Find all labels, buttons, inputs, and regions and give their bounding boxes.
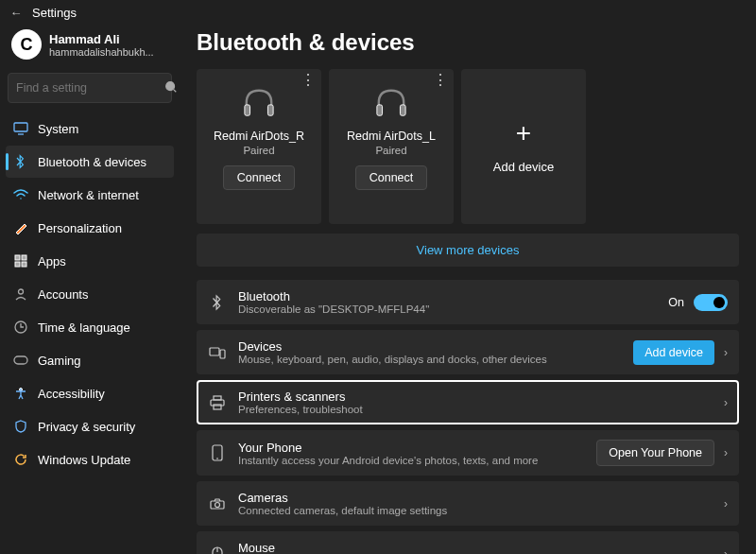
device-status: Paired	[375, 145, 406, 156]
phone-icon	[208, 444, 227, 461]
row-title: Printers & scanners	[238, 390, 713, 404]
bluetooth-state: On	[668, 296, 684, 309]
row-phone[interactable]: Your PhoneInstantly access your Android …	[197, 430, 739, 476]
svg-rect-7	[22, 262, 26, 267]
open-your-phone-button[interactable]: Open Your Phone	[596, 440, 714, 466]
svg-rect-12	[245, 105, 250, 115]
svg-rect-2	[14, 123, 27, 131]
nav-label: Apps	[38, 254, 66, 268]
headphones-icon	[373, 86, 409, 120]
svg-rect-14	[377, 105, 383, 115]
device-name: Redmi AirDots_R	[214, 130, 304, 143]
svg-rect-15	[400, 105, 405, 115]
bluetooth-icon	[208, 294, 227, 311]
row-camera[interactable]: CamerasConnected cameras, default image …	[197, 481, 739, 526]
device-tile[interactable]: ⋮Redmi AirDots_LPairedConnect	[329, 69, 454, 224]
devices-icon	[208, 346, 227, 359]
avatar: C	[11, 29, 42, 60]
connect-button[interactable]: Connect	[223, 165, 296, 190]
bluetooth-sub: Discoverable as "DESKTOP-MFFLP44"	[238, 303, 657, 315]
device-name: Redmi AirDots_L	[347, 130, 436, 143]
nav-item-bluetooth[interactable]: Bluetooth & devices	[6, 146, 174, 178]
camera-icon	[208, 498, 227, 510]
svg-rect-6	[15, 262, 20, 267]
connect-button[interactable]: Connect	[355, 165, 428, 190]
row-sub: Mouse, keyboard, pen, audio, displays an…	[238, 354, 622, 365]
device-tile[interactable]: ⋮Redmi AirDots_RPairedConnect	[197, 69, 321, 224]
svg-rect-16	[210, 348, 219, 355]
nav-label: Network & internet	[38, 188, 139, 202]
bluetooth-toggle[interactable]	[694, 294, 728, 311]
svg-point-0	[166, 81, 175, 90]
nav-label: System	[38, 122, 78, 136]
personalization-icon	[13, 220, 28, 235]
bluetooth-title: Bluetooth	[238, 289, 657, 303]
nav-item-apps[interactable]: Apps	[6, 245, 174, 277]
sidebar: C Hammad Ali hammadalishahbukh... System…	[0, 26, 180, 554]
nav-item-system[interactable]: System	[6, 113, 174, 145]
nav-item-personalization[interactable]: Personalization	[6, 212, 174, 244]
nav-item-time[interactable]: Time & language	[6, 311, 174, 343]
bluetooth-icon	[13, 154, 28, 169]
window-title: Settings	[32, 6, 77, 20]
add-device-button[interactable]: Add device	[633, 340, 714, 365]
svg-line-1	[174, 89, 177, 92]
more-icon[interactable]: ⋮	[301, 73, 316, 88]
add-device-tile[interactable]: +Add device	[461, 69, 586, 224]
svg-point-24	[215, 502, 220, 507]
row-title: Devices	[238, 339, 622, 354]
svg-rect-5	[22, 255, 26, 260]
search-box[interactable]	[8, 73, 172, 103]
chevron-right-icon: ›	[724, 446, 728, 459]
bluetooth-row[interactable]: Bluetooth Discoverable as "DESKTOP-MFFLP…	[197, 280, 739, 324]
row-sub: Instantly access your Android device's p…	[238, 455, 585, 466]
nav-label: Personalization	[38, 221, 122, 235]
nav-item-gaming[interactable]: Gaming	[6, 344, 174, 376]
svg-rect-13	[267, 105, 273, 115]
row-title: Your Phone	[238, 441, 585, 455]
search-input[interactable]	[16, 81, 164, 95]
add-device-label: Add device	[493, 160, 554, 174]
wifi-icon	[13, 187, 28, 202]
back-button[interactable]: ←	[9, 6, 23, 20]
plus-icon: +	[516, 120, 531, 147]
time-icon	[13, 320, 28, 335]
row-sub: Connected cameras, default image setting…	[238, 505, 713, 516]
system-icon	[13, 121, 28, 136]
nav-list: SystemBluetooth & devicesNetwork & inter…	[6, 113, 174, 476]
search-icon	[164, 80, 178, 96]
nav-label: Gaming	[38, 354, 81, 368]
more-icon[interactable]: ⋮	[433, 73, 448, 88]
nav-label: Windows Update	[38, 453, 130, 467]
nav-item-accounts[interactable]: Accounts	[6, 278, 174, 310]
page-title: Bluetooth & devices	[197, 29, 739, 56]
user-name: Hammad Ali	[49, 32, 154, 46]
chevron-right-icon: ›	[724, 346, 728, 359]
nav-item-wifi[interactable]: Network & internet	[6, 179, 174, 211]
svg-point-11	[20, 389, 23, 391]
nav-item-update[interactable]: Windows Update	[6, 443, 174, 476]
device-status: Paired	[243, 145, 274, 156]
row-devices[interactable]: DevicesMouse, keyboard, pen, audio, disp…	[197, 330, 739, 374]
svg-point-8	[19, 289, 24, 294]
row-mouse[interactable]: MouseButtons, mouse pointer speed, scrol…	[197, 531, 739, 554]
chevron-right-icon: ›	[724, 547, 728, 555]
nav-label: Accessibility	[38, 387, 105, 401]
printer-icon	[208, 395, 227, 410]
row-printer[interactable]: Printers & scannersPreferences, troubles…	[197, 380, 739, 424]
svg-rect-4	[15, 255, 20, 260]
row-title: Cameras	[238, 491, 713, 505]
view-more-devices[interactable]: View more devices	[197, 234, 739, 267]
privacy-icon	[13, 419, 28, 434]
gaming-icon	[13, 353, 28, 368]
apps-icon	[13, 253, 28, 268]
nav-label: Bluetooth & devices	[38, 155, 146, 169]
nav-item-privacy[interactable]: Privacy & security	[6, 410, 174, 442]
row-title: Mouse	[238, 541, 713, 554]
chevron-right-icon: ›	[724, 396, 728, 409]
user-block[interactable]: C Hammad Ali hammadalishahbukh...	[6, 26, 174, 69]
accessibility-icon	[13, 386, 28, 401]
nav-label: Privacy & security	[38, 420, 135, 434]
nav-item-accessibility[interactable]: Accessibility	[6, 377, 174, 409]
svg-rect-10	[14, 356, 27, 364]
